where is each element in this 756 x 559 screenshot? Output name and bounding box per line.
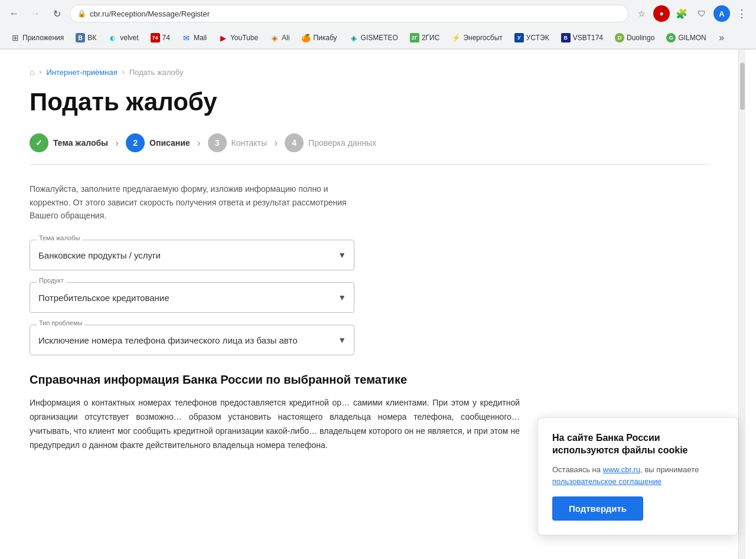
description-text: Пожалуйста, заполните предлагаемую форму… bbox=[30, 182, 354, 222]
step-1-label: Тема жалобы bbox=[53, 138, 108, 148]
step-4-circle: 4 bbox=[285, 133, 304, 152]
breadcrumb-sep-1: › bbox=[39, 68, 41, 76]
bookmark-pikab[interactable]: 🍊 Пикабу bbox=[296, 31, 341, 44]
bookmark-duolingo[interactable]: D Duolingo bbox=[610, 31, 659, 44]
bookmark-2gis-label: 2ГИС bbox=[422, 34, 439, 42]
bookmark-gilmon[interactable]: G GILMON bbox=[662, 31, 711, 44]
bookmark-velvet-label: velvet bbox=[120, 34, 138, 42]
profile-avatar[interactable]: A bbox=[713, 5, 730, 22]
bookmark-vsbt174[interactable]: В VSBT174 bbox=[556, 31, 608, 44]
bookmark-youtube[interactable]: ▶ YouTube bbox=[214, 31, 263, 44]
cookie-title: На сайте Банка России используются файлы… bbox=[552, 432, 724, 457]
youtube-icon: ▶ bbox=[219, 33, 228, 43]
step-sep-3: › bbox=[274, 137, 278, 149]
bookmark-74-label: 74 bbox=[162, 34, 170, 42]
browser-actions: ☆ ● 🧩 🛡 A ⋮ bbox=[633, 5, 750, 22]
step-1[interactable]: ✓ Тема жалобы bbox=[30, 133, 108, 152]
step-sep-2: › bbox=[197, 137, 201, 149]
menu-button[interactable]: ⋮ bbox=[734, 5, 750, 22]
bookmark-mail[interactable]: ✉ Mail bbox=[177, 31, 211, 44]
problem-type-label: Тип проблемы bbox=[37, 319, 84, 326]
step-1-circle: ✓ bbox=[30, 133, 48, 152]
reference-section-heading: Справочная информация Банка России по вы… bbox=[30, 373, 502, 387]
breadcrumb-link-1[interactable]: Интернет-приёмная bbox=[46, 68, 117, 77]
bookmark-vk[interactable]: В ВК bbox=[71, 31, 101, 44]
browser-toolbar: ← → ↻ 🔒 cbr.ru/Reception/Message/Registe… bbox=[0, 0, 756, 27]
breadcrumb: ⌂ › Интернет-приёмная › Подать жалобу bbox=[30, 67, 709, 77]
bookmark-star-button[interactable]: ☆ bbox=[633, 5, 650, 22]
product-label: Продукт bbox=[37, 277, 66, 284]
extension-red-button[interactable]: ● bbox=[653, 5, 670, 22]
bookmark-gismeteo[interactable]: ◈ GISMETEO bbox=[344, 31, 403, 44]
cookie-text-before: Оставаясь на bbox=[552, 465, 603, 474]
step-3[interactable]: 3 Контакты bbox=[208, 133, 267, 152]
step-4[interactable]: 4 Проверка данных bbox=[285, 133, 376, 152]
bookmarks-more-button[interactable]: » bbox=[713, 30, 730, 46]
home-icon[interactable]: ⌂ bbox=[30, 67, 34, 77]
bookmark-74[interactable]: 74 74 bbox=[146, 31, 175, 44]
scrollbar[interactable] bbox=[738, 50, 745, 559]
bookmark-mail-label: Mail bbox=[194, 34, 207, 42]
complaint-topic-select[interactable]: Банковские продукты / услуги bbox=[30, 240, 354, 270]
bookmark-apps-label: Приложения bbox=[22, 34, 64, 42]
scrollbar-thumb[interactable] bbox=[740, 63, 745, 110]
step-4-label: Проверка данных bbox=[308, 138, 376, 148]
cookie-confirm-button[interactable]: Подтвердить bbox=[552, 496, 643, 521]
browser-chrome: ← → ↻ 🔒 cbr.ru/Reception/Message/Registe… bbox=[0, 0, 756, 50]
vsbt174-icon: В bbox=[561, 33, 571, 43]
address-bar[interactable]: 🔒 cbr.ru/Reception/Message/Register bbox=[70, 5, 628, 22]
extension-puzzle-button[interactable]: 🧩 bbox=[673, 5, 690, 22]
cookie-text: Оставаясь на www.cbr.ru, вы принимаете п… bbox=[552, 464, 724, 487]
gismeteo-icon: ◈ bbox=[349, 33, 359, 43]
extension-shield-button[interactable]: 🛡 bbox=[693, 5, 710, 22]
bookmark-youtube-label: YouTube bbox=[230, 34, 258, 42]
bookmark-energosbyt[interactable]: ⚡ Энергосбыт bbox=[447, 31, 507, 44]
breadcrumb-current: Подать жалобу bbox=[129, 68, 184, 77]
complaint-topic-label: Тема жалобы bbox=[37, 234, 82, 241]
cookie-agreement-link[interactable]: пользовательское соглашение bbox=[552, 477, 662, 486]
74-icon: 74 bbox=[151, 33, 160, 43]
ustek-icon: У bbox=[514, 33, 524, 43]
bookmark-velvet[interactable]: ◐ velvet bbox=[103, 31, 143, 44]
problem-type-field: Тип проблемы Исключение номера телефона … bbox=[30, 325, 354, 355]
2gis-icon: 2Г bbox=[410, 33, 419, 43]
bookmark-ali[interactable]: ◈ Ali bbox=[265, 31, 294, 44]
energosbyt-icon: ⚡ bbox=[451, 33, 461, 43]
cookie-cbr-link[interactable]: www.cbr.ru bbox=[603, 465, 641, 474]
bookmark-vsbt174-label: VSBT174 bbox=[573, 34, 603, 42]
lock-icon: 🔒 bbox=[77, 9, 86, 18]
bookmark-vk-label: ВК bbox=[87, 34, 96, 42]
bookmark-ustek[interactable]: У УСТЭК bbox=[510, 31, 554, 44]
forward-button[interactable]: → bbox=[27, 5, 44, 22]
breadcrumb-sep-2: › bbox=[122, 68, 125, 76]
bookmark-2gis[interactable]: 2Г 2ГИС bbox=[405, 31, 444, 44]
back-button[interactable]: ← bbox=[6, 5, 22, 22]
ali-icon: ◈ bbox=[270, 33, 279, 43]
problem-type-select[interactable]: Исключение номера телефона физического л… bbox=[30, 325, 354, 355]
cookie-text-middle: , вы принимаете bbox=[640, 465, 699, 474]
bookmark-apps[interactable]: ⊞ Приложения bbox=[6, 31, 69, 44]
step-2-circle: 2 bbox=[126, 133, 145, 152]
pikab-icon: 🍊 bbox=[301, 33, 311, 43]
vk-icon: В bbox=[76, 33, 85, 43]
cookie-popup: На сайте Банка России используются файлы… bbox=[537, 417, 738, 535]
bookmark-gilmon-label: GILMON bbox=[678, 34, 706, 42]
step-2[interactable]: 2 Описание bbox=[126, 133, 190, 152]
gilmon-icon: G bbox=[666, 33, 676, 43]
reference-text: Информация о контактных номерах телефоно… bbox=[30, 396, 520, 452]
duolingo-icon: D bbox=[615, 33, 624, 43]
step-3-label: Контакты bbox=[232, 138, 267, 148]
product-select[interactable]: Потребительское кредитование bbox=[30, 282, 354, 313]
step-sep-1: › bbox=[115, 137, 119, 149]
stepper: ✓ Тема жалобы › 2 Описание › 3 Контакты … bbox=[30, 133, 709, 165]
step-2-label: Описание bbox=[149, 138, 190, 148]
mail-icon: ✉ bbox=[182, 33, 191, 43]
velvet-icon: ◐ bbox=[108, 33, 118, 43]
bookmarks-bar: ⊞ Приложения В ВК ◐ velvet 74 74 ✉ Mail … bbox=[0, 27, 756, 49]
page-title: Подать жалобу bbox=[30, 89, 709, 116]
bookmark-duolingo-label: Duolingo bbox=[627, 34, 654, 42]
step-3-circle: 3 bbox=[208, 133, 227, 152]
reload-button[interactable]: ↻ bbox=[48, 5, 65, 22]
complaint-topic-field: Тема жалобы Банковские продукты / услуги… bbox=[30, 240, 354, 270]
bookmark-energosbyt-label: Энергосбыт bbox=[463, 34, 502, 42]
